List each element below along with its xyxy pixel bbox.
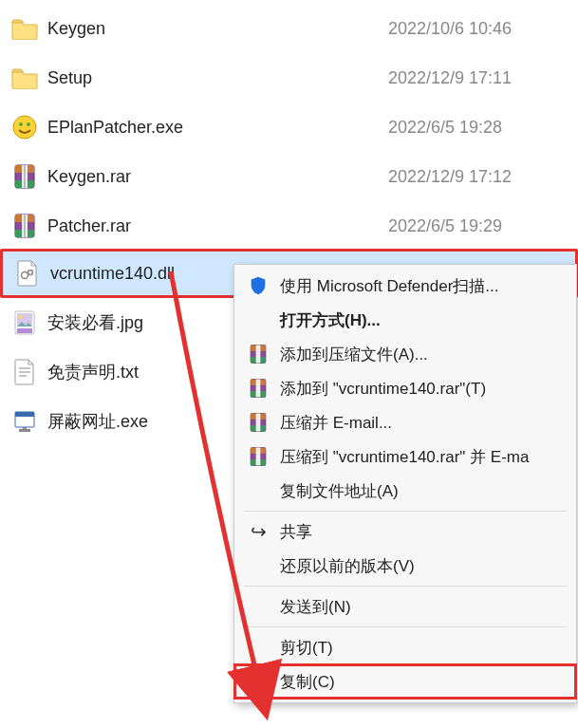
- svg-point-1: [19, 122, 23, 126]
- menu-separator: [244, 586, 567, 587]
- share-icon: ↪: [246, 519, 270, 544]
- menu-item-label: 共享: [280, 521, 312, 543]
- menu-item-cut[interactable]: 剪切(T): [234, 630, 576, 664]
- rar-icon: [246, 444, 270, 469]
- svg-rect-33: [256, 380, 261, 398]
- menu-separator: [244, 626, 567, 627]
- svg-rect-41: [256, 448, 261, 466]
- rar-icon: [246, 376, 270, 401]
- menu-item-send-to[interactable]: 发送到(N): [234, 589, 576, 624]
- svg-rect-37: [256, 414, 261, 432]
- menu-item-compress-to-rar-email[interactable]: 压缩到 "vcruntime140.rar" 并 E-ma: [234, 439, 576, 474]
- rar-icon: [11, 213, 38, 239]
- menu-item-label: 发送到(N): [280, 596, 351, 618]
- svg-rect-29: [256, 345, 261, 364]
- menu-item-restore-versions[interactable]: 还原以前的版本(V): [234, 549, 576, 583]
- svg-rect-23: [15, 412, 34, 417]
- svg-point-0: [13, 116, 36, 139]
- menu-item-open-with[interactable]: 打开方式(H)...: [234, 303, 576, 337]
- menu-item-label: 使用 Microsoft Defender扫描...: [280, 275, 499, 297]
- menu-item-compress-email[interactable]: 压缩并 E-mail...: [234, 405, 576, 439]
- file-row[interactable]: Patcher.rar 2022/6/5 19:29: [0, 201, 578, 251]
- menu-item-label: 还原以前的版本(V): [280, 555, 415, 577]
- menu-item-label: 添加到压缩文件(A)...: [280, 344, 428, 365]
- file-date: 2022/6/5 19:28: [388, 118, 578, 138]
- menu-separator: [244, 511, 567, 512]
- menu-item-add-archive[interactable]: 添加到压缩文件(A)...: [234, 337, 576, 371]
- file-name: Setup: [47, 68, 388, 88]
- svg-rect-25: [23, 427, 27, 429]
- file-date: 2022/10/6 10:46: [388, 19, 578, 39]
- file-name: Patcher.rar: [47, 216, 388, 236]
- exe-icon: [11, 114, 38, 140]
- file-row[interactable]: Setup 2022/12/9 17:11: [0, 53, 578, 103]
- menu-item-label: 压缩并 E-mail...: [280, 412, 392, 434]
- file-name: EPlanPatcher.exe: [47, 118, 388, 138]
- menu-item-copy-path[interactable]: 复制文件地址(A): [234, 474, 576, 508]
- menu-item-label: 添加到 "vcruntime140.rar"(T): [280, 378, 486, 400]
- menu-item-add-to-rar[interactable]: 添加到 "vcruntime140.rar"(T): [234, 371, 576, 405]
- svg-rect-24: [19, 429, 30, 432]
- menu-item-label: 剪切(T): [280, 637, 333, 659]
- menu-item-share[interactable]: ↪ 共享: [234, 514, 576, 549]
- menu-item-copy[interactable]: 复制(C): [234, 664, 576, 699]
- rar-icon: [246, 342, 270, 366]
- context-menu: 使用 Microsoft Defender扫描... 打开方式(H)... 添加…: [233, 264, 577, 703]
- dll-icon: [14, 260, 41, 287]
- text-icon: [11, 359, 38, 385]
- file-date: 2022/12/9 17:12: [388, 167, 578, 187]
- shield-icon: [246, 273, 270, 298]
- rar-icon: [11, 163, 38, 190]
- menu-item-label: 复制(C): [280, 671, 335, 693]
- svg-rect-18: [17, 328, 32, 333]
- file-name: Keygen.rar: [47, 167, 388, 187]
- menu-item-label: 打开方式(H)...: [280, 309, 381, 331]
- file-name: Keygen: [47, 19, 388, 39]
- menu-item-label: 复制文件地址(A): [280, 480, 399, 502]
- menu-item-label: 压缩到 "vcruntime140.rar" 并 E-ma: [280, 446, 529, 468]
- folder-icon: [11, 15, 38, 42]
- file-date: 2022/12/9 17:11: [388, 68, 578, 88]
- file-row[interactable]: EPlanPatcher.exe 2022/6/5 19:28: [0, 103, 578, 152]
- svg-point-2: [27, 122, 30, 126]
- svg-point-17: [19, 315, 23, 319]
- file-row[interactable]: Keygen 2022/10/6 10:46: [0, 4, 578, 53]
- image-icon: [11, 309, 38, 336]
- rar-icon: [246, 410, 270, 435]
- folder-icon: [11, 65, 38, 91]
- menu-item-defender-scan[interactable]: 使用 Microsoft Defender扫描...: [234, 269, 576, 303]
- file-row[interactable]: Keygen.rar 2022/12/9 17:12: [0, 152, 578, 201]
- exe-icon: [11, 408, 38, 435]
- file-date: 2022/6/5 19:29: [388, 216, 578, 236]
